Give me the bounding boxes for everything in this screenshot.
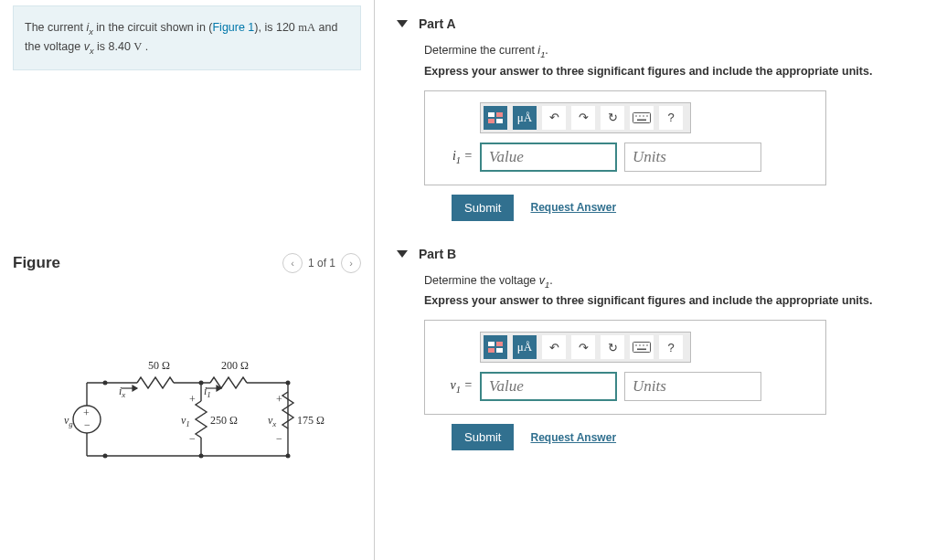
svg-point-34: [102, 381, 107, 386]
figure-title: Figure: [13, 254, 60, 272]
svg-point-30: [285, 381, 290, 386]
part-instruction: Express your answer to three significant…: [424, 294, 936, 307]
svg-point-31: [198, 454, 203, 459]
svg-rect-39: [633, 112, 651, 122]
svg-text:vx: vx: [268, 414, 276, 428]
part-title: Part B: [419, 247, 456, 261]
help-icon[interactable]: ?: [659, 106, 683, 130]
svg-point-51: [639, 344, 641, 346]
svg-text:v1: v1: [181, 414, 190, 428]
svg-rect-36: [496, 112, 503, 117]
circuit-diagram: 50 Ω 200 Ω 250 Ω 175 Ω vg ix i1 v1 vx + …: [0, 337, 374, 474]
answer-box: μÅ ↶ ↷ ↻ ? i1 =: [424, 90, 826, 185]
redo-icon[interactable]: ↷: [571, 106, 595, 130]
part-title: Part A: [419, 16, 456, 31]
collapse-icon[interactable]: [397, 250, 408, 258]
units-input[interactable]: [624, 372, 761, 401]
problem-statement: The current ix in the circuit shown in (…: [13, 5, 361, 70]
svg-rect-45: [488, 342, 495, 346]
request-answer-link[interactable]: Request Answer: [530, 201, 616, 214]
svg-point-52: [643, 344, 644, 346]
answer-variable-label: i1 =: [443, 149, 473, 165]
svg-text:175 Ω: 175 Ω: [297, 414, 324, 427]
keyboard-icon[interactable]: [630, 106, 654, 130]
svg-text:250 Ω: 250 Ω: [210, 414, 238, 427]
svg-rect-48: [496, 348, 503, 353]
svg-text:200 Ω: 200 Ω: [221, 359, 249, 372]
formula-toolbar: μÅ ↶ ↷ ↻ ?: [480, 332, 691, 363]
keyboard-icon[interactable]: [630, 335, 654, 359]
svg-text:+: +: [276, 393, 282, 406]
undo-icon[interactable]: ↶: [542, 335, 566, 359]
svg-point-43: [646, 115, 648, 117]
units-input[interactable]: [624, 143, 761, 172]
value-input[interactable]: [480, 372, 617, 401]
answer-variable-label: v1 =: [443, 378, 473, 395]
submit-button[interactable]: Submit: [452, 195, 514, 221]
units-icon[interactable]: μÅ: [513, 335, 537, 359]
svg-text:i1: i1: [204, 385, 211, 399]
figure-link[interactable]: Figure 1: [212, 21, 254, 34]
request-answer-link[interactable]: Request Answer: [530, 431, 616, 444]
svg-text:ix: ix: [119, 385, 125, 399]
svg-rect-38: [496, 119, 503, 123]
svg-text:vg: vg: [64, 414, 73, 428]
svg-rect-54: [637, 349, 646, 351]
part-question: Determine the voltage v1.: [424, 274, 936, 290]
svg-marker-26: [133, 386, 137, 391]
svg-rect-49: [633, 343, 651, 353]
svg-point-33: [102, 454, 107, 459]
submit-button[interactable]: Submit: [452, 424, 514, 450]
svg-text:+: +: [83, 407, 90, 419]
collapse-icon[interactable]: [397, 20, 408, 27]
svg-point-32: [285, 454, 290, 459]
reset-icon[interactable]: ↻: [601, 106, 624, 130]
svg-text:−: −: [189, 432, 196, 445]
svg-rect-46: [496, 342, 503, 346]
svg-point-41: [639, 115, 641, 117]
part-question: Determine the current i1.: [424, 44, 936, 59]
svg-text:−: −: [84, 418, 90, 431]
svg-point-50: [635, 344, 637, 346]
figure-pager-text: 1 of 1: [308, 257, 335, 269]
undo-icon[interactable]: ↶: [542, 106, 566, 130]
svg-point-29: [198, 381, 203, 386]
svg-point-42: [643, 115, 644, 117]
formula-toolbar: μÅ ↶ ↷ ↻ ?: [480, 102, 691, 133]
svg-point-53: [646, 344, 648, 346]
svg-rect-44: [637, 119, 646, 121]
help-icon[interactable]: ?: [659, 335, 683, 359]
figure-next-button[interactable]: ›: [341, 253, 361, 273]
figure-prev-button[interactable]: ‹: [282, 253, 303, 273]
units-icon[interactable]: μÅ: [513, 106, 537, 130]
value-input[interactable]: [480, 143, 617, 172]
part-instruction: Express your answer to three significant…: [424, 65, 936, 78]
redo-icon[interactable]: ↷: [571, 335, 595, 359]
svg-rect-35: [488, 112, 495, 117]
svg-text:50 Ω: 50 Ω: [148, 359, 170, 372]
template-icon[interactable]: [484, 335, 507, 359]
svg-rect-37: [488, 119, 495, 123]
template-icon[interactable]: [484, 106, 507, 130]
svg-text:−: −: [276, 432, 282, 445]
svg-text:+: +: [189, 393, 196, 406]
svg-rect-47: [488, 348, 495, 353]
svg-point-40: [635, 115, 637, 117]
answer-box: μÅ ↶ ↷ ↻ ? v1 =: [424, 320, 826, 415]
reset-icon[interactable]: ↻: [601, 335, 624, 359]
